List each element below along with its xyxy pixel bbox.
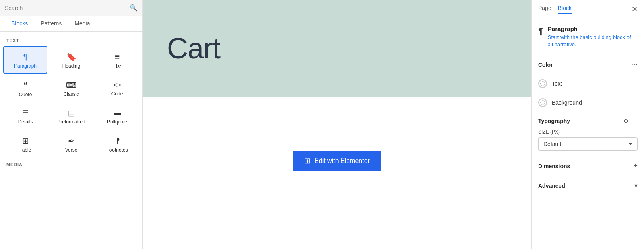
right-panel: Page Block ✕ ¶ Paragraph Start with the …	[531, 0, 644, 249]
block-classic-label: Classic	[64, 91, 79, 97]
right-panel-header: Page Block ✕	[532, 0, 644, 19]
blocks-content: TEXT ¶ Paragraph 🔖 Heading ≡ List ❝ Quot…	[0, 32, 142, 249]
tab-block[interactable]: Block	[558, 5, 572, 14]
color-section-header[interactable]: Color ⋯	[532, 55, 644, 74]
size-label: SIZE (PX)	[538, 129, 638, 135]
block-heading-label: Heading	[62, 63, 80, 69]
tab-blocks[interactable]: Blocks	[5, 16, 34, 31]
dimensions-add-icon[interactable]: +	[633, 162, 638, 170]
block-paragraph[interactable]: ¶ Paragraph	[3, 46, 47, 74]
footnotes-icon: ⁋	[115, 137, 120, 145]
block-preformatted[interactable]: ▤ Preformatted	[49, 103, 93, 129]
block-heading[interactable]: 🔖 Heading	[49, 46, 93, 74]
preformatted-icon: ▤	[68, 109, 75, 117]
size-select[interactable]: Default Small Medium Large X-Large	[538, 137, 638, 151]
pullquote-icon: ▬	[114, 109, 121, 117]
block-classic[interactable]: ⌨ Classic	[49, 75, 93, 102]
heading-icon: 🔖	[66, 53, 76, 61]
block-code[interactable]: <> Code	[95, 75, 139, 102]
color-more-icon[interactable]: ⋯	[631, 61, 638, 68]
left-panel: 🔍 Blocks Patterns Media TEXT ¶ Paragraph…	[0, 0, 143, 249]
typography-more-button[interactable]: ⋯	[632, 118, 638, 124]
tabs-row: Blocks Patterns Media	[0, 16, 142, 32]
cart-hero: Cart	[143, 0, 531, 97]
block-table-label: Table	[20, 147, 31, 153]
block-info: ¶ Paragraph Start with the basic buildin…	[532, 19, 644, 55]
code-icon: <>	[114, 82, 121, 88]
block-list[interactable]: ≡ List	[95, 46, 139, 74]
paragraph-icon: ¶	[23, 53, 28, 61]
color-background-label: Background	[552, 99, 582, 106]
search-input[interactable]	[5, 5, 126, 11]
text-section-label: TEXT	[3, 37, 139, 46]
tab-media[interactable]: Media	[68, 16, 96, 31]
block-footnotes-label: Footnotes	[106, 147, 128, 153]
dimensions-title: Dimensions	[538, 163, 570, 169]
edit-with-elementor-button[interactable]: ⊞ Edit with Elementor	[293, 151, 381, 171]
media-section-label: MEDIA	[3, 161, 139, 170]
block-preformatted-label: Preformatted	[57, 119, 85, 125]
close-button[interactable]: ✕	[632, 5, 638, 14]
block-info-text: Paragraph Start with the basic building …	[548, 25, 638, 48]
verse-icon: ✒	[68, 137, 75, 145]
block-details-label: Details	[18, 119, 33, 125]
cart-title: Cart	[167, 32, 220, 65]
blocks-grid: ¶ Paragraph 🔖 Heading ≡ List ❝ Quote ⌨ C…	[3, 46, 139, 157]
block-paragraph-label: Paragraph	[14, 63, 37, 69]
block-pullquote[interactable]: ▬ Pullquote	[95, 103, 139, 129]
block-list-label: List	[114, 64, 121, 69]
color-title: Color	[538, 62, 553, 68]
details-icon: ☰	[22, 109, 29, 117]
elementor-icon: ⊞	[304, 156, 310, 165]
list-icon: ≡	[115, 52, 120, 61]
color-text-option[interactable]: Text	[532, 74, 644, 93]
paragraph-block-icon: ¶	[538, 26, 543, 37]
block-pullquote-label: Pullquote	[107, 119, 127, 125]
table-icon: ⊞	[22, 137, 29, 145]
typography-section: Typography ⚙ ⋯ SIZE (PX) Default Small M…	[532, 112, 644, 156]
block-verse-label: Verse	[65, 147, 78, 153]
quote-icon: ❝	[23, 81, 28, 89]
dimensions-section[interactable]: Dimensions +	[532, 156, 644, 176]
classic-icon: ⌨	[66, 82, 76, 89]
cart-footer	[143, 225, 531, 249]
tab-page[interactable]: Page	[538, 5, 551, 14]
color-text-label: Text	[552, 80, 562, 87]
block-verse[interactable]: ✒ Verse	[49, 131, 93, 157]
color-background-option[interactable]: Background	[532, 93, 644, 112]
block-code-label: Code	[111, 91, 123, 97]
block-quote-label: Quote	[19, 92, 32, 97]
search-bar: 🔍	[0, 0, 142, 16]
block-details[interactable]: ☰ Details	[3, 103, 47, 129]
typography-actions: ⚙ ⋯	[623, 118, 638, 124]
typography-header: Typography ⚙ ⋯	[532, 112, 644, 128]
search-icon: 🔍	[130, 4, 138, 12]
advanced-chevron-icon: ▾	[634, 182, 638, 189]
block-table[interactable]: ⊞ Table	[3, 131, 47, 157]
edit-button-label: Edit with Elementor	[314, 157, 370, 165]
cart-body: ⊞ Edit with Elementor	[143, 97, 531, 225]
typography-settings-button[interactable]: ⚙	[623, 118, 629, 124]
text-color-circle	[538, 79, 547, 88]
color-section: Color ⋯ Text Background	[532, 55, 644, 112]
background-color-circle	[538, 98, 547, 107]
advanced-section[interactable]: Advanced ▾	[532, 176, 644, 195]
main-content: Cart ⊞ Edit with Elementor	[143, 0, 531, 249]
block-info-title: Paragraph	[548, 25, 638, 32]
advanced-title: Advanced	[538, 183, 565, 189]
block-info-description: Start with the basic building block of a…	[548, 34, 638, 48]
right-tabs: Page Block	[538, 5, 572, 14]
block-footnotes[interactable]: ⁋ Footnotes	[95, 131, 139, 157]
size-row: SIZE (PX) Default Small Medium Large X-L…	[532, 128, 644, 156]
block-quote[interactable]: ❝ Quote	[3, 75, 47, 102]
typography-title: Typography	[538, 118, 570, 124]
tab-patterns[interactable]: Patterns	[34, 16, 68, 31]
